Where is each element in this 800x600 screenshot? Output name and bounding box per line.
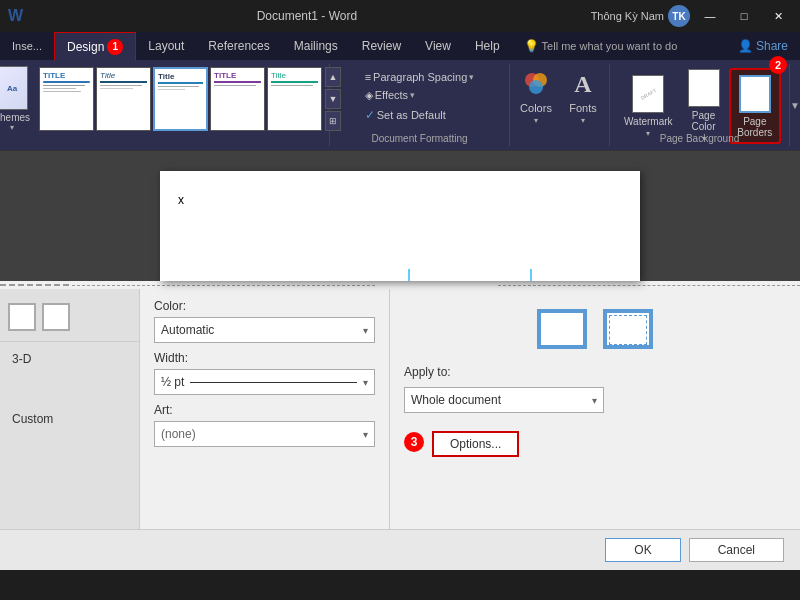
width-select[interactable]: ½ pt ▾: [154, 369, 375, 395]
themes-section: Aa Themes ▾ TITLE Title: [0, 64, 330, 146]
step2-badge: 2: [769, 56, 787, 74]
border-none-icon: [8, 303, 36, 331]
dash: [54, 284, 60, 286]
share-button[interactable]: 👤 Share: [726, 32, 800, 60]
border-settings-panel: Color: Automatic ▾ Width: ½ pt ▾ Art: (n…: [140, 289, 390, 529]
art-label: Art:: [154, 403, 375, 417]
title-bar-right: Thông Kỳ Nam TK — □ ✕: [591, 5, 792, 27]
width-label: Width:: [154, 351, 375, 365]
tab-layout[interactable]: Layout: [136, 32, 196, 60]
dash: [36, 284, 42, 286]
paragraph-spacing-btn[interactable]: ≡ Paragraph Spacing ▾: [361, 69, 479, 85]
user-avatar: TK: [668, 5, 690, 27]
art-select[interactable]: (none) ▾: [154, 421, 375, 447]
dialog-dashes: [0, 281, 800, 289]
minimize-button[interactable]: —: [696, 5, 724, 27]
theme-thumb-5[interactable]: Title: [267, 67, 322, 131]
theme-thumb-3[interactable]: Title: [153, 67, 208, 131]
ribbon-content: Aa Themes ▾ TITLE Title: [0, 60, 800, 150]
border-style-panel: 3-D Custom: [0, 289, 140, 529]
watermark-button[interactable]: Watermark ▾: [618, 70, 679, 142]
tab-design[interactable]: Design 1: [54, 32, 136, 60]
cancel-button[interactable]: Cancel: [689, 538, 784, 562]
effects-btn[interactable]: ◈ Effects ▾: [361, 87, 479, 104]
theme-thumb-1[interactable]: TITLE: [39, 67, 94, 131]
apply-to-select[interactable]: Whole document ▾: [404, 387, 604, 413]
dash: [27, 284, 33, 286]
preview-box-2[interactable]: [603, 309, 653, 349]
effects-icon: ◈: [365, 89, 373, 102]
step1-badge: 1: [107, 39, 123, 55]
user-info: Thông Kỳ Nam TK: [591, 5, 690, 27]
page-bg-label: Page Background: [610, 133, 789, 144]
step3-badge: 3: [404, 432, 424, 452]
ribbon-scrollbar[interactable]: ▼: [790, 64, 800, 146]
colors-fonts-section: Colors ▾ A Fonts ▾: [510, 64, 610, 146]
page-background-section: 2 Watermark ▾ Page Color ▾: [610, 64, 790, 146]
apply-to-label: Apply to:: [404, 365, 786, 379]
color-label: Color:: [154, 299, 375, 313]
title-bar-title: Document1 - Word: [23, 9, 591, 23]
maximize-button[interactable]: □: [730, 5, 758, 27]
set-as-default-btn[interactable]: ✓ Set as Default: [361, 106, 479, 124]
dialog-content: 3-D Custom Color: Automatic ▾ Width: ½ p…: [0, 289, 800, 529]
fonts-icon: A: [567, 68, 599, 100]
tab-help[interactable]: Help: [463, 32, 512, 60]
themes-gallery: TITLE Title Title: [39, 67, 322, 131]
document-area: x: [0, 151, 800, 281]
dash: [18, 284, 24, 286]
tab-mailings[interactable]: Mailings: [282, 32, 350, 60]
options-button[interactable]: Options...: [432, 431, 519, 457]
preview-box-1[interactable]: [537, 309, 587, 349]
preview-row-top: [537, 309, 653, 349]
colors-fonts-row: Colors ▾ A Fonts ▾: [514, 64, 605, 129]
page-borders-icon: [739, 74, 771, 114]
dash: [45, 284, 51, 286]
border-preview-panel: Apply to: Whole document ▾ 3 Options...: [390, 289, 800, 529]
title-bar-left: W: [8, 7, 23, 25]
preview-area: [404, 299, 786, 349]
art-select-arrow: ▾: [363, 429, 368, 440]
page-color-icon: [688, 68, 720, 108]
fonts-button[interactable]: A Fonts ▾: [561, 64, 605, 129]
tab-search[interactable]: 💡 Tell me what you want to do: [512, 32, 690, 60]
apply-to-arrow: ▾: [592, 395, 597, 406]
paragraph-spacing-icon: ≡: [365, 71, 371, 83]
colors-button[interactable]: Colors ▾: [514, 64, 558, 129]
border-box-icon: [42, 303, 70, 331]
themes-gallery-row: Aa Themes ▾ TITLE Title: [0, 64, 341, 134]
dash: [9, 284, 15, 286]
title-bar: W Document1 - Word Thông Kỳ Nam TK — □ ✕: [0, 0, 800, 32]
colors-icon: [520, 68, 552, 100]
color-select-arrow: ▾: [363, 325, 368, 336]
borders-dialog: 3-D Custom Color: Automatic ▾ Width: ½ p…: [0, 281, 800, 570]
ok-button[interactable]: OK: [605, 538, 680, 562]
theme-thumb-2[interactable]: Title: [96, 67, 151, 131]
document-cursor: x: [178, 193, 184, 207]
close-button[interactable]: ✕: [764, 5, 792, 27]
border-custom-item[interactable]: Custom: [0, 406, 139, 432]
ribbon-tabs: Inse... Design 1 Layout References Maili…: [0, 32, 800, 60]
color-select[interactable]: Automatic ▾: [154, 317, 375, 343]
tab-view[interactable]: View: [413, 32, 463, 60]
theme-thumb-4[interactable]: TITLE: [210, 67, 265, 131]
tab-insert[interactable]: Inse...: [0, 32, 54, 60]
svg-point-2: [529, 80, 543, 94]
ribbon: Inse... Design 1 Layout References Maili…: [0, 32, 800, 151]
width-select-arrow: ▾: [363, 377, 368, 388]
dash: [0, 284, 6, 286]
tab-references[interactable]: References: [196, 32, 281, 60]
dialog-footer: OK Cancel: [0, 529, 800, 570]
border-3d-item[interactable]: 3-D: [0, 346, 139, 372]
doc-format-section: ≡ Paragraph Spacing ▾ ◈ Effects ▾ ✓ Set …: [330, 64, 510, 146]
tab-review[interactable]: Review: [350, 32, 413, 60]
watermark-icon: [632, 74, 664, 114]
document-page: x: [160, 171, 640, 281]
user-name: Thông Kỳ Nam: [591, 10, 664, 22]
themes-button[interactable]: Aa Themes ▾: [0, 64, 36, 134]
dash: [63, 284, 69, 286]
doc-format-label: Document Formatting: [330, 133, 509, 144]
